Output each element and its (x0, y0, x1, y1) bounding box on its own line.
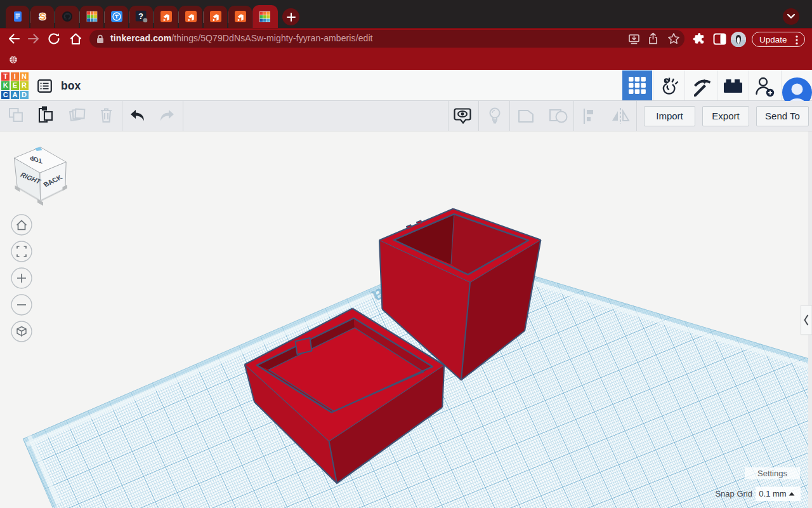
svg-text:S: S (39, 11, 45, 22)
svg-text:?: ? (138, 11, 143, 21)
svg-text:0.1 mm: 0.1 mm (759, 489, 786, 498)
svg-text:Settings: Settings (757, 469, 787, 478)
svg-text:Snap Grid: Snap Grid (715, 489, 752, 498)
